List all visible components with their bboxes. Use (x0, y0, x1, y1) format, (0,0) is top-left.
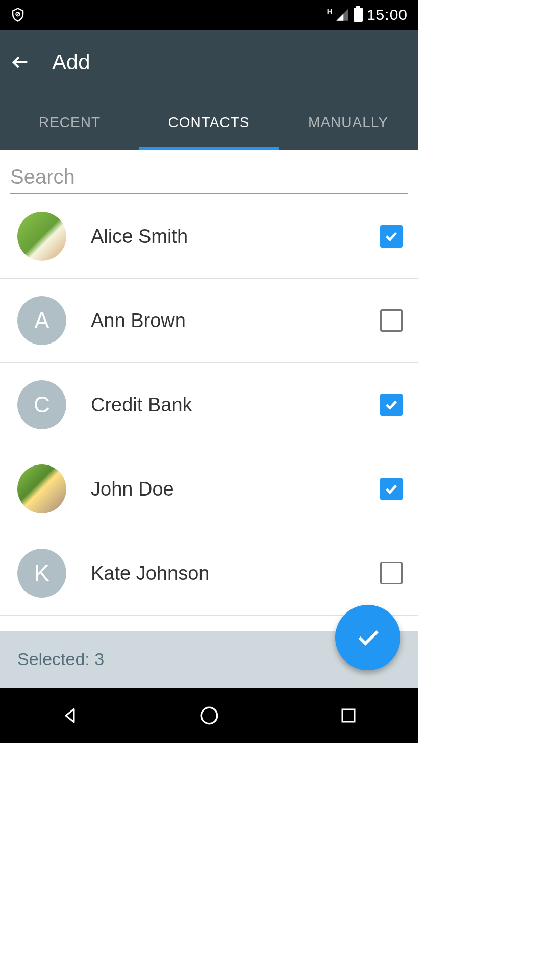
search-container (0, 150, 418, 194)
confirm-fab-button[interactable] (335, 605, 400, 670)
check-icon (383, 481, 399, 497)
tab-label: MANUALLY (308, 114, 388, 131)
content-area: Alice Smith A Ann Brown C Cr (0, 150, 418, 688)
avatar: K (17, 549, 66, 598)
selected-count-text: Selected: 3 (17, 649, 104, 669)
contact-name: Kate Johnson (91, 562, 380, 584)
status-right: H 15:00 (327, 6, 408, 23)
svg-rect-3 (342, 709, 355, 722)
list-item[interactable]: John Doe (0, 447, 418, 531)
tabs-container: RECENT CONTACTS MANUALLY (0, 95, 418, 150)
checkbox[interactable] (380, 394, 403, 416)
tab-manually[interactable]: MANUALLY (279, 95, 418, 150)
list-item[interactable]: K Kate Johnson (0, 531, 418, 616)
contact-name: Credit Bank (91, 394, 380, 416)
checkbox[interactable] (380, 478, 403, 500)
back-arrow-icon[interactable] (10, 52, 31, 72)
nav-home-button[interactable] (197, 703, 221, 728)
triangle-back-icon (60, 706, 80, 725)
battery-icon (354, 8, 363, 22)
check-icon (383, 397, 399, 413)
contact-name: John Doe (91, 478, 380, 500)
avatar: A (17, 296, 66, 345)
square-recent-icon (339, 706, 358, 725)
tab-recent[interactable]: RECENT (0, 95, 139, 150)
status-left (10, 7, 26, 22)
svg-point-2 (201, 707, 217, 724)
nav-recent-button[interactable] (336, 703, 361, 728)
checkbox[interactable] (380, 225, 403, 248)
checkbox[interactable] (380, 309, 403, 332)
status-bar: H 15:00 (0, 0, 418, 30)
check-icon (354, 623, 382, 652)
tab-label: RECENT (39, 114, 101, 131)
checkbox[interactable] (380, 562, 403, 584)
app-bar: Add (0, 30, 418, 95)
tab-label: CONTACTS (168, 114, 250, 131)
network-type-label: H (327, 7, 332, 15)
avatar-initial: K (34, 560, 49, 586)
check-icon (383, 228, 399, 244)
tab-contacts[interactable]: CONTACTS (139, 95, 279, 150)
page-title: Add (52, 50, 90, 75)
search-input[interactable] (10, 160, 408, 194)
contact-name: Ann Brown (91, 310, 380, 332)
contact-name: Alice Smith (91, 226, 380, 248)
list-item[interactable]: A Ann Brown (0, 279, 418, 363)
avatar: C (17, 380, 66, 429)
signal-icon (335, 8, 349, 22)
circle-home-icon (198, 705, 220, 726)
avatar (17, 212, 66, 261)
list-item[interactable]: Alice Smith (0, 194, 418, 279)
avatar-initial: C (34, 392, 50, 418)
clock-time: 15:00 (367, 6, 408, 23)
system-nav-bar (0, 688, 418, 743)
nav-back-button[interactable] (58, 703, 82, 728)
shield-icon (10, 7, 26, 22)
list-item[interactable]: C Credit Bank (0, 363, 418, 447)
screen: H 15:00 Add RECENT CONTACTS MANUALLY (0, 0, 418, 743)
avatar (17, 464, 66, 513)
avatar-initial: A (34, 308, 49, 333)
contact-list[interactable]: Alice Smith A Ann Brown C Cr (0, 194, 418, 631)
